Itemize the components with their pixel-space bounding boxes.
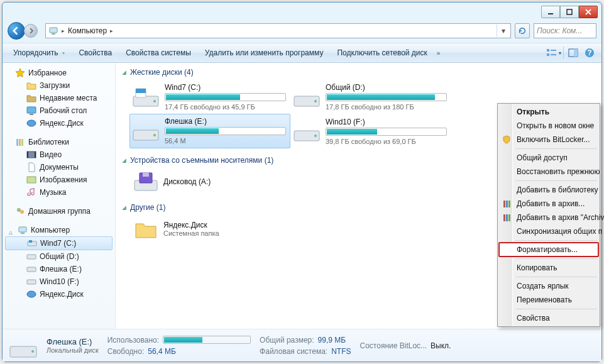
sidebar-item-label: Недавние места <box>40 94 97 102</box>
svg-rect-53 <box>508 214 510 221</box>
close-button[interactable] <box>579 6 598 18</box>
svg-point-40 <box>153 134 156 136</box>
address-bar[interactable]: ▸ Компьютер ▸ ▾ <box>45 23 511 38</box>
refresh-button[interactable] <box>515 23 530 38</box>
sidebar-item-drive-f[interactable]: Wind10 (F:) <box>3 275 115 288</box>
breadcrumb-sep-icon[interactable]: ▸ <box>109 28 114 34</box>
svg-point-47 <box>31 350 34 353</box>
sidebar-item-yandexdisk2[interactable]: Яндекс.Диск <box>3 288 115 301</box>
svg-point-22 <box>29 178 31 180</box>
yandex-disk-folder[interactable]: Яндекс.Диск Системная папка <box>129 216 290 243</box>
sidebar-item-desktop[interactable]: Рабочий стол <box>3 104 115 117</box>
address-dropdown-button[interactable]: ▾ <box>497 25 509 37</box>
collapse-icon: ◢ <box>122 204 126 211</box>
yandex-disk-icon <box>26 289 36 299</box>
ctx-format[interactable]: Форматировать... <box>499 243 598 256</box>
maximize-button[interactable] <box>560 6 579 18</box>
details-total-key: Общий размер: <box>260 336 314 345</box>
sidebar-item-pictures[interactable]: Изображения <box>3 174 115 186</box>
sidebar-libraries[interactable]: Библиотеки <box>3 136 115 148</box>
sidebar-item-documents[interactable]: Документы <box>3 161 115 174</box>
sidebar-item-music[interactable]: Музыка <box>3 186 115 199</box>
ctx-copy[interactable]: Копировать <box>499 261 598 275</box>
details-name: Флешка (E:) <box>47 337 99 346</box>
svg-rect-25 <box>19 227 26 232</box>
ctx-add-to-archive[interactable]: Добавить в архив... <box>499 197 598 211</box>
sidebar-item-label: Документы <box>40 163 79 172</box>
svg-rect-26 <box>21 233 25 234</box>
forward-button[interactable] <box>24 24 38 38</box>
floppy-a[interactable]: Дисковод (A:) <box>129 168 290 196</box>
properties-button[interactable]: Свойства <box>72 46 119 60</box>
yandex-disk-icon <box>26 118 36 128</box>
capacity-bar <box>326 128 447 136</box>
sidebar-computer-expander[interactable]: ▵ Компьютер <box>3 224 115 236</box>
ctx-add-to-archive-named[interactable]: Добавить в архив "Archiv <box>499 211 598 224</box>
documents-icon <box>26 162 36 172</box>
ctx-rename[interactable]: Переименовать <box>499 293 598 307</box>
svg-rect-49 <box>506 201 508 207</box>
ctx-restore-previous[interactable]: Восстановить прежнюю <box>499 165 598 179</box>
sidebar-item-videos[interactable]: Видео <box>3 148 115 161</box>
search-input[interactable]: Поиск: Ком... <box>534 23 596 38</box>
navigation-row: ▸ Компьютер ▸ ▾ Поиск: Ком... <box>3 21 601 43</box>
system-properties-button[interactable]: Свойства системы <box>119 46 198 60</box>
libraries-icon <box>15 137 25 147</box>
sidebar-item-recent[interactable]: Недавние места <box>3 92 115 104</box>
sidebar-item-yandexdisk[interactable]: Яндекс.Диск <box>3 117 115 130</box>
toolbar-overflow-button[interactable]: » <box>434 50 443 57</box>
ctx-separator <box>515 180 597 181</box>
section-hard-drives[interactable]: ◢ Жесткие диски (4) <box>117 65 601 79</box>
svg-rect-5 <box>547 53 549 56</box>
minimize-button[interactable] <box>541 6 560 18</box>
drive-c[interactable]: Wind7 (C:) 17,4 ГБ свободно из 45,9 ГБ <box>129 80 290 114</box>
uninstall-program-button[interactable]: Удалить или изменить программу <box>198 46 331 60</box>
folder-icon <box>133 218 158 240</box>
sidebar-favorites[interactable]: Избранное <box>3 67 115 79</box>
ctx-open-new-window[interactable]: Открыть в новом окне <box>499 119 598 133</box>
details-free-value: 56,4 МБ <box>148 347 176 356</box>
ctx-add-to-library[interactable]: Добавить в библиотеку <box>499 183 598 197</box>
folder-type: Системная папка <box>163 229 219 237</box>
ctx-properties[interactable]: Свойства <box>499 311 598 325</box>
map-network-drive-button[interactable]: Подключить сетевой диск <box>330 46 434 60</box>
breadcrumb-sep-icon[interactable]: ▸ <box>61 28 65 34</box>
sidebar-item-label: Музыка <box>40 188 66 197</box>
ctx-separator <box>515 258 597 259</box>
sidebar-item-drive-c[interactable]: Wind7 (C:) <box>5 236 113 250</box>
svg-rect-3 <box>52 33 55 35</box>
view-mode-button[interactable]: ▾ <box>546 45 562 60</box>
drive-e[interactable]: Флешка (E:) 56,4 М <box>129 114 290 148</box>
ctx-separator <box>515 277 597 277</box>
svg-rect-21 <box>27 177 36 183</box>
toolbar: Упорядочить Свойства Свойства системы Уд… <box>3 43 601 63</box>
drive-f[interactable]: Wind10 (F:) 39,8 ГБ свободно из 69,0 ГБ <box>290 115 451 148</box>
drive-name: Wind10 (F:) <box>326 118 447 126</box>
breadcrumb-location[interactable]: Компьютер <box>68 26 107 35</box>
svg-rect-13 <box>30 114 33 115</box>
ctx-open[interactable]: Открыть <box>499 105 598 119</box>
sidebar-item-drive-d[interactable]: Общий (D:) <box>3 250 115 263</box>
capacity-bar <box>326 93 447 101</box>
organize-button[interactable]: Упорядочить <box>6 46 72 60</box>
details-kv-group: Состояние BitLoc...Выкл. <box>360 341 451 350</box>
ctx-enable-bitlocker[interactable]: Включить BitLocker... <box>499 133 598 146</box>
sidebar-homegroup[interactable]: Домашняя группа <box>3 205 115 218</box>
drive-d[interactable]: Общий (D:) 17,8 ГБ свободно из 180 ГБ <box>290 80 451 114</box>
ctx-create-shortcut[interactable]: Создать ярлык <box>499 279 598 293</box>
ctx-sync-shared[interactable]: Синхронизация общих п <box>499 224 598 238</box>
ctx-share[interactable]: Общий доступ <box>499 151 598 165</box>
sidebar-item-downloads[interactable]: Загрузки <box>3 79 115 92</box>
svg-rect-19 <box>27 152 28 158</box>
back-button[interactable] <box>8 22 25 40</box>
svg-rect-1 <box>567 9 572 14</box>
drive-icon <box>27 238 37 248</box>
details-pane: Флешка (E:) Локальный диск Использовано:… <box>3 329 601 361</box>
sidebar-item-drive-e[interactable]: Флешка (E:) <box>3 263 115 275</box>
books-icon <box>502 199 512 209</box>
preview-pane-button[interactable] <box>565 45 581 60</box>
help-button[interactable]: ? <box>581 45 598 60</box>
sidebar-item-label: Яндекс.Диск <box>40 290 84 299</box>
computer-icon <box>18 225 28 235</box>
ctx-separator <box>515 309 597 309</box>
